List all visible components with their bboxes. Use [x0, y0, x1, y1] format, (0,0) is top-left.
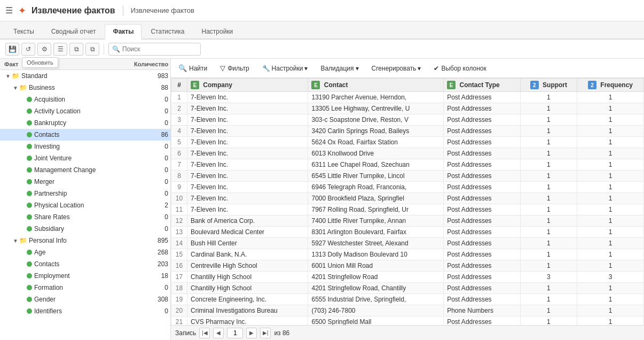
tree-item-management-change[interactable]: Management Change 0 — [0, 164, 170, 176]
count-physical-location: 2 — [152, 202, 168, 209]
table-row[interactable]: 20 Criminal Investigations Bureau (703) … — [171, 305, 644, 316]
table-row[interactable]: 1 7-Eleven Inc. 13190 Parcher Avenue, He… — [171, 92, 644, 103]
tree-item-activity-location[interactable]: Activity Location 0 — [0, 105, 170, 117]
table-row[interactable]: 13 Boulevard Medical Center 8301 Arlingt… — [171, 227, 644, 238]
tab-texts[interactable]: Тексты — [5, 24, 42, 38]
tree-item-personal-info[interactable]: ▼ 📁 Personal Info 895 — [0, 235, 170, 246]
tab-facts[interactable]: Факты — [105, 24, 142, 40]
cell-company: Concrete Engineering, Inc. — [187, 294, 308, 305]
cell-contact-type: Post Addresses — [444, 227, 521, 238]
count-contacts: 86 — [152, 131, 168, 138]
col-company[interactable]: E Company — [187, 79, 308, 92]
generate-dropdown[interactable]: Сгенерировать ▾ — [368, 63, 425, 74]
tree-item-contacts2[interactable]: Contacts 203 — [0, 258, 170, 270]
tree-item-joint-venture[interactable]: Joint Venture 0 — [0, 152, 170, 164]
table-row[interactable]: 2 7-Eleven Inc. 13305 Lee Highway, Centr… — [171, 103, 644, 114]
checkmark-icon: ✔ — [434, 65, 439, 72]
table-row[interactable]: 10 7-Eleven Inc. 7000 Brookfield Plaza, … — [171, 193, 644, 204]
tab-summary[interactable]: Сводный отчет — [43, 24, 104, 38]
count-mgmt-change: 0 — [152, 166, 168, 174]
search-input[interactable] — [122, 45, 197, 53]
table-row[interactable]: 11 7-Eleven Inc. 7967 Rolling Road, Spri… — [171, 204, 644, 215]
table-row[interactable]: 5 7-Eleven Inc. 5624 Ox Road, Fairfax St… — [171, 137, 644, 148]
table-row[interactable]: 4 7-Eleven Inc. 3420 Carlin Springs Road… — [171, 126, 644, 137]
settings-dropdown[interactable]: 🔧 Настройки ▾ — [259, 63, 311, 74]
hamburger-icon[interactable]: ☰ — [5, 5, 13, 16]
tree-item-employment[interactable]: Employment 18 — [0, 270, 170, 282]
count-business: 88 — [152, 84, 168, 91]
cell-support: 1 — [520, 305, 577, 316]
cell-frequency: 1 — [577, 148, 643, 159]
record-label: Запись — [175, 329, 196, 337]
table-row[interactable]: 16 Centreville High School 6001 Union Mi… — [171, 260, 644, 272]
copy2-button[interactable]: ⧉ — [85, 43, 99, 56]
table-row[interactable]: 14 Bush Hill Center 5927 Westchester Str… — [171, 238, 644, 249]
nav-prev-button[interactable]: ◀ — [213, 328, 224, 338]
filter-button[interactable]: ▽ Фильтр — [217, 63, 252, 74]
tree-item-bankruptcy[interactable]: Bankruptcy 0 — [0, 117, 170, 129]
cell-contact-type: Post Addresses — [444, 238, 521, 249]
nav-last-button[interactable]: ▶| — [260, 328, 271, 338]
col-frequency[interactable]: 2 Frequency — [577, 79, 643, 92]
cell-num: 3 — [171, 114, 187, 126]
cell-contact-type: Post Addresses — [444, 159, 521, 171]
tree-item-standard[interactable]: ▼ 📁 Standard 983 — [0, 70, 170, 82]
cell-contact-type: Post Addresses — [444, 215, 521, 227]
table-row[interactable]: 15 Cardinal Bank, N.A. 1313 Dolly Madiso… — [171, 249, 644, 260]
tree-item-share-rates[interactable]: Share Rates 0 — [0, 211, 170, 223]
tree-item-contacts[interactable]: Contacts 86 — [0, 129, 170, 141]
tab-settings[interactable]: Настройки — [193, 24, 241, 38]
list-button[interactable]: ☰ — [53, 43, 67, 56]
tree-item-merger[interactable]: Merger 0 — [0, 176, 170, 188]
right-toolbar: 🔍 Найти ▽ Фильтр 🔧 Настройки ▾ Валидация… — [171, 59, 644, 78]
copy-button[interactable]: ⧉ — [69, 43, 83, 56]
folder-icon-business: 📁 — [19, 84, 27, 91]
label-physical-location: Physical Location — [34, 202, 152, 209]
tree-item-acquisition[interactable]: Acquisition 0 — [0, 94, 170, 105]
nav-first-button[interactable]: |◀ — [199, 328, 210, 338]
save-button[interactable]: 💾 — [5, 43, 19, 56]
nav-next-button[interactable]: ▶ — [246, 328, 257, 338]
tree-item-formation[interactable]: Formation 0 — [0, 282, 170, 293]
cell-company: Criminal Investigations Bureau — [187, 305, 308, 316]
cell-contact: 4201 Stringfellow Road, Chantilly — [308, 283, 444, 294]
cell-frequency: 1 — [577, 114, 643, 126]
table-row[interactable]: 18 Chantilly High School 4201 Stringfell… — [171, 283, 644, 294]
table-row[interactable]: 21 CVS Pharmacy Inc. 6500 Springfield Ma… — [171, 316, 644, 326]
refresh-button[interactable]: ↺ Обновить — [21, 43, 35, 56]
col-support[interactable]: 2 Support — [520, 79, 577, 92]
cell-num: 9 — [171, 182, 187, 193]
table-row[interactable]: 17 Chantilly High School 4201 Stringfell… — [171, 272, 644, 283]
cell-num: 16 — [171, 260, 187, 272]
tab-stats[interactable]: Статистика — [143, 24, 192, 38]
tree-item-identifiers[interactable]: Identifiers 0 — [0, 305, 170, 317]
tree-item-physical-location[interactable]: Physical Location 2 — [0, 199, 170, 211]
tree-item-gender[interactable]: Gender 308 — [0, 293, 170, 305]
tree-item-business[interactable]: ▼ 📁 Business 88 — [0, 82, 170, 94]
columns-button[interactable]: ✔ Выбор колонок — [430, 63, 489, 74]
table-row[interactable]: 9 7-Eleven Inc. 6946 Telegraph Road, Fra… — [171, 182, 644, 193]
top-header: ☰ ✦ Извлечение фактов Извлечение фактов — [0, 0, 644, 21]
find-button[interactable]: 🔍 Найти — [175, 63, 210, 74]
page-input[interactable] — [227, 328, 243, 338]
tree-item-partnership[interactable]: Partnership 0 — [0, 188, 170, 199]
filter-icon: ▽ — [220, 64, 225, 72]
settings-button[interactable]: ⚙ — [37, 43, 51, 56]
table-row[interactable]: 19 Concrete Engineering, Inc. 6555 Indus… — [171, 294, 644, 305]
col-contact-type[interactable]: E Contact Type — [444, 79, 521, 92]
tree-item-subsidiary[interactable]: Subsidiary 0 — [0, 223, 170, 235]
refresh-icon: ↺ — [26, 45, 31, 53]
tree-item-age[interactable]: Age 268 — [0, 246, 170, 258]
tree-item-investing[interactable]: Investing 0 — [0, 141, 170, 152]
cell-support: 1 — [520, 182, 577, 193]
table-row[interactable]: 6 7-Eleven Inc. 6013 Knollwood Drive Pos… — [171, 148, 644, 159]
col-contact[interactable]: E Contact — [308, 79, 444, 92]
label-joint-venture: Joint Venture — [34, 154, 152, 162]
table-row[interactable]: 7 7-Eleven Inc. 6311 Lee Chapel Road, Sz… — [171, 159, 644, 171]
cell-frequency: 1 — [577, 249, 643, 260]
cell-contact-type: Post Addresses — [444, 204, 521, 215]
validate-dropdown[interactable]: Валидация ▾ — [317, 63, 362, 74]
table-row[interactable]: 12 Bank of America Corp. 7400 Little Riv… — [171, 215, 644, 227]
table-row[interactable]: 8 7-Eleven Inc. 6545 Little River Turnpi… — [171, 171, 644, 182]
table-row[interactable]: 3 7-Eleven Inc. 303-c Soapstone Drive, R… — [171, 114, 644, 126]
